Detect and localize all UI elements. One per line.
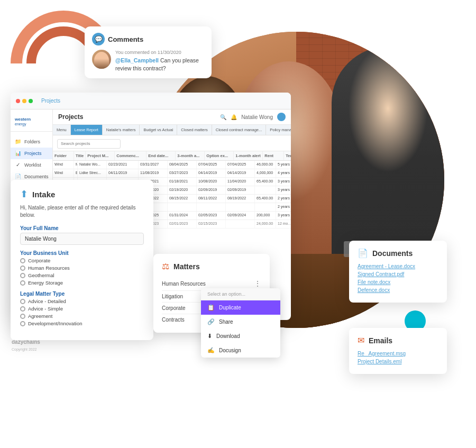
app-topbar: Projects [11,93,291,109]
tab-menu[interactable]: Menu [53,125,71,135]
more-icon-hr[interactable]: ⋮ [254,279,261,288]
email-link-project-details[interactable]: Project Details.eml [358,359,438,364]
topbar-label: Projects [41,98,60,104]
tab-natalies-matters[interactable]: Natalie's matters [103,125,140,135]
chat-icon: 💬 [92,33,105,45]
sidebar-label-folders: Folders [24,139,40,144]
user-name: Natalie Wong [241,114,273,120]
cell-end: 03/31/2027 [139,161,168,169]
radio-label-dev: Development/Innovation [28,321,82,326]
documents-icon: 📄 [15,173,21,180]
share-icon: 🔗 [207,318,215,325]
docusign-icon: ✍ [207,347,215,354]
sidebar-item-worklist[interactable]: ✓ Worklist [11,159,52,171]
business-unit-group: Corporate Human Resources Geothermal Ene… [20,258,144,286]
doc-link-agreement-lease[interactable]: Agreement - Lease.docx [358,263,438,269]
dropdown-label-share: Share [219,319,233,325]
search-input[interactable] [57,139,121,149]
radio-dot-geothermal [20,273,25,278]
comment-content: You commented on 11/30/2020 @Ella_Campbe… [115,50,204,72]
comment-date: You commented on 11/30/2020 [115,50,204,55]
logo-line1: western [15,117,48,122]
col-option: Option ex... [205,151,234,160]
radio-development[interactable]: Development/Innovation [20,321,144,326]
sidebar-label-projects: Projects [24,151,42,156]
comments-card: 💬 Comments You commented on 11/30/2020 @… [85,26,212,78]
dropdown-item-share[interactable]: 🔗 Share [201,315,280,329]
radio-geothermal[interactable]: Geothermal [20,272,144,278]
full-name-label: Your Full Name [20,225,144,231]
comment-user-mention: @Ella_Campbell [115,57,159,63]
close-window-dot[interactable] [16,99,20,103]
dropdown-label-download: Download [216,333,240,339]
radio-dot-ad [20,299,25,304]
comments-header: 💬 Comments [92,33,204,45]
cell-folder: Wind [53,161,74,169]
copyright-text: Copyright 2022 [12,348,36,351]
email-link-re-agreement[interactable]: Re_ Agreement.msg [358,351,438,356]
radio-label-hr: Human Resources [28,265,70,271]
page-title: Projects [58,113,83,121]
col-1month: 1-month alert [234,151,263,160]
doc-link-signed-contract[interactable]: Signed Contract.pdf [358,271,438,277]
intake-title: Intake [32,190,55,199]
radio-advice-simple[interactable]: Advice - Simple [20,306,144,312]
sidebar-item-folders[interactable]: 📁 Folders [11,136,52,148]
tab-policy[interactable]: Policy management [266,125,291,135]
sidebar-item-projects[interactable]: 📊 Projects [11,148,52,159]
duplicate-icon: 📋 [207,304,215,311]
doc-link-defence[interactable]: Defence.docx [358,287,438,293]
radio-energy[interactable]: Energy Storage [20,280,144,286]
window-controls [16,99,33,103]
minimize-window-dot[interactable] [22,99,26,103]
matters-label-litigation: Litigation [162,294,183,299]
scale-icon: ⚖ [162,261,169,271]
radio-hr[interactable]: Human Resources [20,265,144,271]
dropdown-item-duplicate[interactable]: 📋 Duplicate [201,300,280,315]
app-header: Projects 🔍 🔔 Natalie Wong [53,109,291,125]
tab-lease-report[interactable]: Lease Report [71,125,103,135]
radio-dot-dev [20,321,25,326]
radio-corporate[interactable]: Corporate [20,258,144,263]
tab-budget-actual[interactable]: Budget vs Actual [140,125,177,135]
user-avatar [277,113,286,121]
maximize-window-dot[interactable] [29,99,33,103]
notifications-icon[interactable]: 🔔 [231,114,237,120]
col-end: End date... [147,151,176,160]
full-name-input[interactable]: Natalie Wong [20,233,144,245]
legal-matter-label: Legal Matter Type [20,291,144,297]
emails-card: ✉ Emails Re_ Agreement.msg Project Detai… [349,328,447,374]
radio-dot-corporate [20,258,25,263]
cell-3m: 08/04/2025 [168,161,197,169]
radio-agreement[interactable]: Agreement [20,313,144,319]
comment-text: @Ella_Campbell Can you please review thi… [115,57,204,72]
dropdown-item-docusign[interactable]: ✍ Docusign [201,343,280,358]
col-pm: Project M... [86,151,115,160]
search-bar [53,135,291,151]
radio-label-as: Advice - Simple [28,306,63,312]
tab-bar: Menu Lease Report Natalie's matters Budg… [53,125,291,135]
matters-header: ⚖ Matters [162,261,261,271]
tab-closed-contract[interactable]: Closed contract manage... [212,125,267,135]
documents-card: 📄 Documents Agreement - Lease.docx Signe… [349,241,447,303]
document-icon: 📄 [358,248,368,258]
radio-advice-detailed[interactable]: Advice - Detailed [20,298,144,304]
legal-matter-group: Advice - Detailed Advice - Simple Agreem… [20,298,144,326]
radio-label-ag: Agreement [28,313,52,319]
col-commence: Commenc... [115,151,147,160]
col-term[interactable]: Term ↕ [284,151,291,160]
worklist-icon: ✓ [15,162,21,168]
header-right: 🔍 🔔 Natalie Wong [220,113,286,121]
tab-closed-matters[interactable]: Closed matters [177,125,212,135]
sidebar-label-worklist: Worklist [24,162,41,168]
business-unit-label: Your Business Unit [20,250,144,256]
doc-link-file-note[interactable]: File note.docx [358,279,438,285]
radio-label-corporate: Corporate [28,258,50,263]
radio-label-geothermal: Geothermal [28,272,54,278]
documents-header: 📄 Documents [358,248,438,258]
download-icon: ⬇ [207,333,212,340]
dropdown-item-download[interactable]: ⬇ Download [201,329,280,343]
cell-title: Mistral wind project TAS [74,161,78,169]
search-icon[interactable]: 🔍 [220,114,226,120]
cell-pm: Natalie Wo... [78,161,107,169]
